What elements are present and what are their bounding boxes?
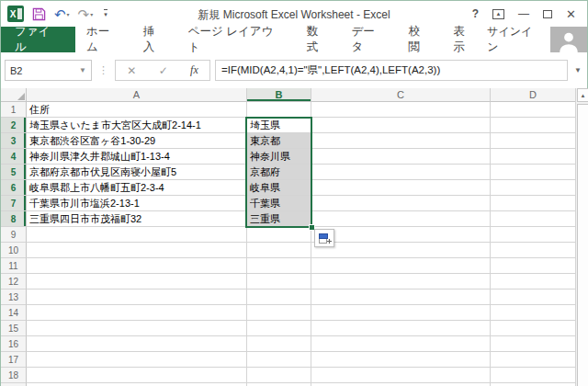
cell-B8[interactable]: 三重県: [247, 211, 311, 227]
help-icon[interactable]: ?: [472, 8, 479, 19]
enter-icon[interactable]: ✓: [159, 64, 168, 77]
avatar[interactable]: [550, 27, 587, 52]
cell-C6[interactable]: [311, 180, 491, 196]
cell-D10[interactable]: [491, 243, 575, 258]
cell-B9[interactable]: [247, 227, 311, 243]
cell-A7[interactable]: 千葉県市川市塩浜2-13-1: [27, 196, 247, 211]
cell-D4[interactable]: [491, 149, 575, 165]
cell-A3[interactable]: 東京都渋谷区富ヶ谷1-30-29: [27, 133, 247, 149]
undo-dropdown-icon[interactable]: ▾: [67, 11, 70, 17]
row-header-1[interactable]: 1: [1, 102, 27, 118]
row-header-14[interactable]: 14: [1, 305, 27, 321]
cell-B2[interactable]: 埼玉県: [247, 118, 311, 133]
row-header-4[interactable]: 4: [1, 149, 27, 165]
cell-B7[interactable]: 千葉県: [247, 196, 311, 211]
row-header-3[interactable]: 3: [1, 133, 27, 149]
row-header-6[interactable]: 6: [1, 180, 27, 196]
cell-C16[interactable]: [311, 336, 491, 352]
cell-D7[interactable]: [491, 196, 575, 211]
tab-home[interactable]: ホーム: [75, 27, 132, 52]
tab-insert[interactable]: 挿入: [132, 27, 177, 52]
column-header-A[interactable]: A: [27, 88, 247, 102]
name-box-dropdown-icon[interactable]: ▼: [79, 66, 86, 74]
cell-D9[interactable]: [491, 227, 575, 243]
row-header-13[interactable]: 13: [1, 290, 27, 305]
redo-dropdown-icon[interactable]: ▾: [90, 11, 93, 17]
cell-C12[interactable]: [311, 274, 491, 290]
ribbon-display-options-icon[interactable]: ▲: [492, 9, 504, 19]
cell-D16[interactable]: [491, 336, 575, 352]
row-header-8[interactable]: 8: [1, 211, 27, 227]
row-header-11[interactable]: 11: [1, 258, 27, 274]
row-header-18[interactable]: 18: [1, 368, 27, 383]
cell-D12[interactable]: [491, 274, 575, 290]
redo-button[interactable]: ↷▾: [78, 7, 94, 21]
cell-C7[interactable]: [311, 196, 491, 211]
formula-bar-expand-icon[interactable]: ▼: [572, 66, 583, 74]
cell-C4[interactable]: [311, 149, 491, 165]
cell-B10[interactable]: [247, 243, 311, 258]
close-icon[interactable]: ✕: [566, 8, 576, 20]
cell-D1[interactable]: [491, 102, 575, 118]
name-box[interactable]: B2 ▼: [5, 60, 92, 81]
cell-D8[interactable]: [491, 211, 575, 227]
row-header-5[interactable]: 5: [1, 165, 27, 180]
cell-A16[interactable]: [27, 336, 247, 352]
cell-C13[interactable]: [311, 290, 491, 305]
maximize-icon[interactable]: [543, 10, 552, 18]
cell-B3[interactable]: 東京都: [247, 133, 311, 149]
cell-D14[interactable]: [491, 305, 575, 321]
cell-D2[interactable]: [491, 118, 575, 133]
cell-D5[interactable]: [491, 165, 575, 180]
cell-A8[interactable]: 三重県四日市市茂福町32: [27, 211, 247, 227]
cell-B4[interactable]: 神奈川県: [247, 149, 311, 165]
cell-B5[interactable]: 京都府: [247, 165, 311, 180]
cell-B13[interactable]: [247, 290, 311, 305]
tab-data[interactable]: データ: [341, 27, 398, 52]
row-header-7[interactable]: 7: [1, 196, 27, 211]
cell-B11[interactable]: [247, 258, 311, 274]
cell-A17[interactable]: [27, 352, 247, 368]
cell-D3[interactable]: [491, 133, 575, 149]
column-header-C[interactable]: C: [311, 88, 491, 102]
cell-C15[interactable]: [311, 321, 491, 336]
cell-A14[interactable]: [27, 305, 247, 321]
cell-D13[interactable]: [491, 290, 575, 305]
cell-A10[interactable]: [27, 243, 247, 258]
customize-qat-icon[interactable]: ▾: [104, 9, 107, 18]
cell-C8[interactable]: [311, 211, 491, 227]
cell-B18[interactable]: [247, 368, 311, 383]
save-icon[interactable]: [32, 7, 46, 21]
scroll-up-icon[interactable]: ▲: [577, 88, 588, 102]
minimize-icon[interactable]: —: [518, 8, 529, 19]
cell-A12[interactable]: [27, 274, 247, 290]
autofill-options-button[interactable]: [314, 229, 334, 247]
cell-A18[interactable]: [27, 368, 247, 383]
scrollbar-thumb[interactable]: [577, 104, 588, 386]
row-header-2[interactable]: 2: [1, 118, 27, 133]
cell-A15[interactable]: [27, 321, 247, 336]
tab-formulas[interactable]: 数式: [296, 27, 341, 52]
cell-D6[interactable]: [491, 180, 575, 196]
tab-view[interactable]: 表示: [442, 27, 487, 52]
cell-C10[interactable]: [311, 243, 491, 258]
cell-C14[interactable]: [311, 305, 491, 321]
cell-C17[interactable]: [311, 352, 491, 368]
cell-B1[interactable]: [247, 102, 311, 118]
cell-C11[interactable]: [311, 258, 491, 274]
cell-A2[interactable]: 埼玉県さいたま市大宮区大成町2-14-1: [27, 118, 247, 133]
column-header-B[interactable]: B: [247, 88, 311, 102]
tab-review[interactable]: 校閲: [397, 27, 442, 52]
row-header-10[interactable]: 10: [1, 243, 27, 258]
cell-C2[interactable]: [311, 118, 491, 133]
cell-C5[interactable]: [311, 165, 491, 180]
cell-A5[interactable]: 京都府京都市伏見区南寝小屋町5: [27, 165, 247, 180]
vertical-scrollbar[interactable]: ▲: [575, 88, 588, 386]
cell-D15[interactable]: [491, 321, 575, 336]
cell-D17[interactable]: [491, 352, 575, 368]
row-header-17[interactable]: 17: [1, 352, 27, 368]
tab-file[interactable]: ファイル: [1, 27, 75, 52]
cell-C3[interactable]: [311, 133, 491, 149]
cell-D18[interactable]: [491, 368, 575, 383]
column-header-D[interactable]: D: [491, 88, 575, 102]
